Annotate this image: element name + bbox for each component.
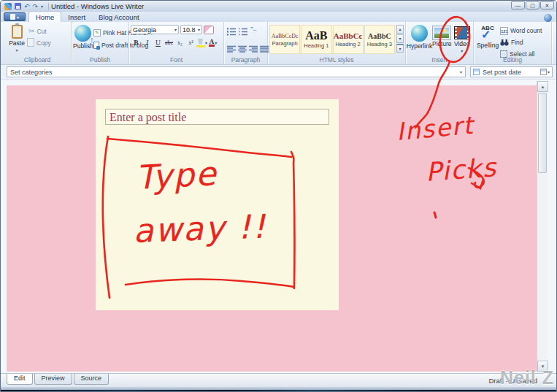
publish-group-label: Publish bbox=[72, 56, 128, 64]
blockquote-button[interactable]: ".. bbox=[250, 26, 256, 39]
styles-scroll-up-button[interactable]: ▴ bbox=[396, 25, 404, 34]
highlighter-icon bbox=[196, 39, 205, 47]
clipboard-group-label: Clipboard bbox=[4, 56, 71, 64]
bold-button[interactable]: B bbox=[131, 37, 142, 48]
editing-group-label: Editing bbox=[474, 56, 551, 64]
align-right-button[interactable] bbox=[249, 43, 258, 56]
vertical-scrollbar[interactable]: ▲ ▼ bbox=[537, 81, 548, 372]
post-date-field[interactable]: Set post date ▾ bbox=[470, 66, 553, 77]
scissors-icon: ✂ bbox=[28, 28, 34, 35]
chevron-down-icon: ▾ bbox=[17, 15, 19, 20]
numbered-list-button[interactable] bbox=[239, 26, 248, 39]
categories-select[interactable]: Set categories ▾ bbox=[7, 66, 466, 77]
chevron-down-icon: ▾ bbox=[215, 40, 217, 45]
spelling-button[interactable]: ABC ✓ Spelling bbox=[475, 23, 500, 55]
spelling-label: Spelling bbox=[477, 42, 499, 49]
binoculars-icon bbox=[500, 39, 509, 46]
quick-access-toolbar: ↶ ↷ ▾ bbox=[1, 3, 51, 10]
close-button[interactable]: ✕ bbox=[540, 1, 554, 9]
window-title: Untitled - Windows Live Writer bbox=[51, 2, 144, 10]
style-name: Heading 3 bbox=[367, 41, 392, 47]
app-menu-button[interactable]: ▾ bbox=[4, 12, 26, 21]
font-family-value: Georgia bbox=[133, 26, 156, 34]
html-styles-group-label: HTML styles bbox=[268, 56, 405, 64]
font-family-select[interactable]: Georgia ▾ bbox=[131, 25, 179, 34]
style-sample: AaBbCc bbox=[334, 31, 363, 40]
clear-formatting-button[interactable] bbox=[204, 26, 214, 34]
tab-blog-account[interactable]: Blog Account bbox=[92, 12, 145, 22]
hyperlink-button[interactable]: Hyperlink bbox=[407, 23, 431, 55]
strikethrough-button[interactable]: abc bbox=[164, 37, 174, 48]
minimize-button[interactable]: — bbox=[511, 1, 525, 9]
chevron-down-icon: ▾ bbox=[15, 47, 18, 53]
scroll-up-button[interactable]: ▲ bbox=[537, 81, 548, 92]
word-count-label: Word count bbox=[510, 27, 542, 34]
group-insert: Hyperlink Picture Video ▾ Insert bbox=[406, 22, 474, 64]
style-card-heading3[interactable]: AaBbC Heading 3 bbox=[364, 25, 395, 54]
style-name: Paragraph bbox=[272, 40, 298, 47]
picture-button[interactable]: Picture bbox=[431, 23, 452, 55]
tab-home[interactable]: Home bbox=[28, 11, 61, 22]
picture-label: Picture bbox=[432, 40, 451, 47]
style-sample: AaB bbox=[305, 30, 327, 42]
date-picker-button[interactable]: ▾ bbox=[540, 69, 550, 75]
group-paragraph: ".. Paragraph bbox=[224, 22, 268, 64]
underline-button[interactable]: U bbox=[153, 37, 164, 48]
paste-button[interactable]: Paste ▾ bbox=[5, 23, 28, 55]
styles-more-button[interactable]: ▾ bbox=[396, 44, 404, 53]
tab-source[interactable]: Source bbox=[74, 374, 110, 385]
post-body-editor[interactable]: Enter a post title bbox=[96, 99, 339, 310]
hyperlink-globe-icon bbox=[411, 25, 428, 42]
save-icon[interactable] bbox=[15, 3, 21, 9]
categories-placeholder: Set categories bbox=[10, 69, 53, 76]
tab-edit[interactable]: Edit bbox=[7, 374, 33, 385]
font-size-select[interactable]: 10.8 ▾ bbox=[180, 25, 202, 34]
post-title-input[interactable]: Enter a post title bbox=[105, 109, 329, 125]
scrollbar-thumb[interactable] bbox=[538, 93, 547, 173]
titlebar: ↶ ↷ ▾ Untitled - Windows Live Writer — ▢… bbox=[1, 1, 557, 12]
styles-scroll-down-button[interactable]: ▾ bbox=[396, 34, 404, 43]
chevron-down-icon: ▾ bbox=[198, 27, 200, 32]
draft-doc-icon bbox=[93, 42, 99, 49]
word-count-button[interactable]: 123 Word count bbox=[500, 26, 542, 36]
tab-insert[interactable]: Insert bbox=[61, 12, 92, 22]
cut-label: Cut bbox=[37, 28, 46, 35]
find-label: Find bbox=[511, 39, 523, 46]
undo-icon[interactable]: ↶ bbox=[24, 3, 30, 10]
redo-icon[interactable]: ↷ bbox=[33, 3, 39, 10]
italic-button[interactable]: I bbox=[142, 37, 153, 48]
group-html-styles: AaBbCcDc Paragraph AaB Heading 1 AaBbCc … bbox=[268, 22, 406, 64]
highlight-button[interactable]: ▾ bbox=[196, 37, 207, 48]
group-font: Georgia ▾ 10.8 ▾ B I U abc x₂ x² ▾ bbox=[129, 22, 224, 64]
subscript-button[interactable]: x₂ bbox=[174, 37, 185, 48]
tab-preview[interactable]: Preview bbox=[34, 374, 72, 385]
cut-button[interactable]: ✂ Cut bbox=[28, 26, 51, 36]
qat-customize-icon[interactable]: ▾ bbox=[41, 3, 43, 10]
insert-group-label: Insert bbox=[406, 56, 473, 64]
paste-label: Paste bbox=[9, 39, 25, 47]
style-name: Heading 2 bbox=[336, 41, 361, 47]
view-tabs: Edit Preview Source bbox=[7, 374, 109, 385]
style-card-heading2[interactable]: AaBbCc Heading 2 bbox=[333, 25, 364, 54]
app-menu-icon bbox=[10, 14, 15, 20]
video-button[interactable]: Video ▾ bbox=[452, 23, 472, 55]
editor-canvas: Enter a post title ▲ ▼ bbox=[1, 80, 557, 373]
font-group-label: Font bbox=[129, 56, 223, 64]
help-icon[interactable] bbox=[544, 14, 552, 22]
publish-button[interactable]: ↑ Publish bbox=[73, 23, 93, 55]
font-color-button[interactable]: A ▾ bbox=[207, 37, 218, 48]
maximize-button[interactable]: ▢ bbox=[526, 1, 539, 9]
align-center-button[interactable] bbox=[238, 43, 247, 56]
check-icon: ✓ bbox=[481, 28, 491, 42]
status-bar: Edit Preview Source Draft - Unsaved bbox=[1, 373, 557, 387]
style-card-paragraph[interactable]: AaBbCcDc Paragraph bbox=[269, 25, 300, 54]
bullet-list-button[interactable] bbox=[227, 26, 237, 39]
align-left-button[interactable] bbox=[227, 43, 237, 56]
window-controls: — ▢ ✕ bbox=[511, 1, 554, 9]
copy-button[interactable]: Copy bbox=[28, 38, 51, 48]
video-label: Video bbox=[454, 40, 470, 47]
style-card-heading1[interactable]: AaB Heading 1 bbox=[301, 25, 331, 54]
superscript-button[interactable]: x² bbox=[185, 37, 196, 48]
calendar-icon bbox=[540, 69, 547, 75]
find-button[interactable]: Find bbox=[500, 37, 542, 47]
